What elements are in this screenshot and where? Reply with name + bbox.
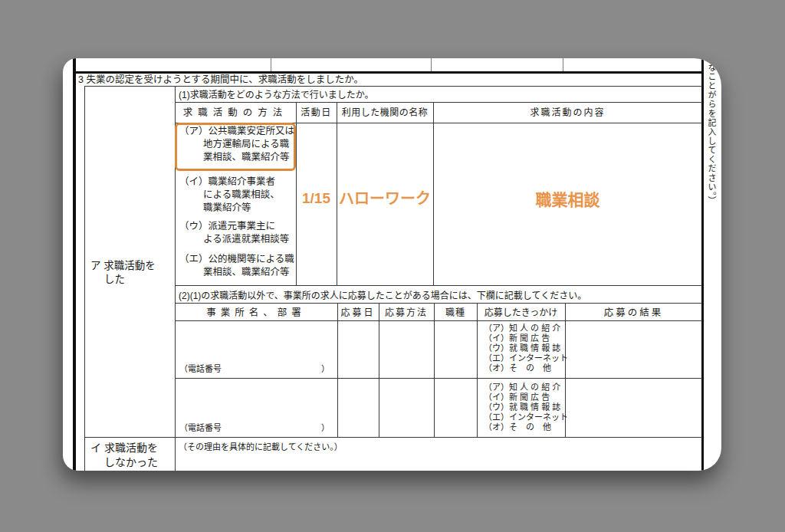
grid-line (84, 86, 85, 471)
q2-row1-result-cell[interactable] (565, 320, 702, 378)
form-page: 3 失業の認定を受けようとする期間中に、求職活動をしましたか。 ア 求職活動を … (63, 58, 721, 471)
q1-instruction: (1)求職活動をどのような方法で行いましたか。 (179, 90, 373, 101)
option-line: 業相談、職業紹介等 (179, 266, 294, 279)
grid-line (175, 285, 702, 286)
form-outer-left-border (73, 58, 76, 471)
q2-row2-date-cell[interactable] (337, 378, 379, 437)
option-line: 職業紹介等 (179, 202, 280, 215)
row-i-reason-cell[interactable]: （その理由を具体的に記載してください。） (175, 437, 702, 471)
q1-entry-date-cell[interactable]: 1/15 (296, 123, 337, 285)
q2-header-method: 応募方法 (379, 307, 434, 319)
option-line: （イ）職業紹介事業者 (179, 176, 280, 189)
q2-header-trigger: 応募したきっかけ (477, 307, 565, 319)
row-i-reason-note: （その理由を具体的に記載してください。） (179, 442, 343, 453)
q2-row1-phone: （電話番号 ） (179, 362, 330, 374)
trigger-option: （ウ）就 職 情 報 誌 (484, 402, 560, 412)
q1-entry-org-cell[interactable]: ハローワーク (337, 123, 433, 285)
q1-header-content: 求職活動の内容 (433, 107, 702, 119)
q2-row1-trigger-cell[interactable]: （ア）知 人 の 紹 介 （イ）新 聞 広 告 （ウ）就 職 情 報 誌 （エ）… (477, 320, 565, 378)
row-a-label-line1: ア 求職活動を (90, 259, 156, 273)
q2-row1-company-cell[interactable]: （電話番号 ） (175, 320, 337, 378)
row-a-label-line2: した (90, 273, 156, 287)
margin-note-vertical: 要なことがらを記入してください。） (705, 58, 718, 230)
q1-entry-content-value: 職業相談 (433, 190, 702, 210)
trigger-option: （ア）知 人 の 紹 介 (484, 323, 560, 333)
q1-entry-content-cell[interactable]: 職業相談 (433, 123, 702, 285)
q2-header-result: 応募の結果 (565, 307, 702, 319)
q2-header-date: 応募日 (337, 307, 379, 319)
q1-option-e[interactable]: （エ）公的機関等による職 業相談、職業紹介等 (179, 253, 294, 279)
option-line: （ア）公共職業安定所又は (179, 125, 294, 138)
option-line: よる派遣就業相談等 (179, 233, 289, 246)
form-outer-top-border (73, 71, 704, 74)
row-i-label-line2: しなかった (90, 455, 158, 470)
phone-close-paren: ） (321, 362, 330, 374)
trigger-option: （オ）そ の 他 (484, 422, 551, 432)
q2-row2-trigger-cell[interactable]: （ア）知 人 の 紹 介 （イ）新 聞 広 告 （ウ）就 職 情 報 誌 （エ）… (477, 378, 565, 437)
q1-option-u[interactable]: （ウ）派遣元事業主に よる派遣就業相談等 (179, 220, 289, 246)
q2-row2-company-cell[interactable]: （電話番号 ） (175, 378, 337, 437)
option-line: 地方運輸局による職 (179, 138, 294, 151)
grid-line (175, 102, 702, 103)
q2-row1-date-cell[interactable] (337, 320, 379, 378)
option-line: 業相談、職業紹介等 (179, 151, 294, 164)
trigger-option: （エ）インターネット (484, 353, 568, 363)
phone-close-paren: ） (321, 421, 330, 433)
q2-row1-jobtype-cell[interactable] (434, 320, 477, 378)
trigger-option: （イ）新 聞 広 告 (484, 392, 550, 402)
row-i-label[interactable]: イ 求職活動を しなかった (90, 441, 158, 470)
trigger-option: （イ）新 聞 広 告 (484, 333, 550, 343)
top-strip-divider (271, 58, 271, 71)
trigger-option: （オ）そ の 他 (484, 363, 551, 373)
q1-option-i[interactable]: （イ）職業紹介事業者 による職業相談、 職業紹介等 (179, 176, 280, 215)
top-strip-divider (431, 58, 432, 71)
q1-header-method: 求職活動の方法 (175, 107, 296, 119)
q1-entry-org-value: ハローワーク (339, 189, 431, 209)
row-i-label-line1: イ 求職活動を (90, 441, 158, 455)
section3-title: 3 失業の認定を受けようとする期間中に、求職活動をしましたか。 (78, 74, 363, 86)
option-line: （エ）公的機関等による職 (179, 253, 294, 266)
document-background: { "colors": { "background": "#8a8a8a", "… (0, 0, 785, 532)
q1-header-date: 活動日 (296, 107, 337, 119)
q2-header-company: 事業所名、部署 (175, 307, 337, 319)
row-a-label[interactable]: ア 求職活動を した (90, 259, 156, 287)
phone-label: （電話番号 (179, 362, 222, 374)
q2-header-jobtype: 職種 (434, 307, 477, 319)
q1-header-org: 利用した機関の名称 (337, 107, 433, 119)
trigger-option: （ウ）就 職 情 報 誌 (484, 343, 560, 353)
q2-instruction: (2)(1)の求職活動以外で、事業所の求人に応募したことがある場合には、下欄に記… (179, 291, 586, 302)
q1-entry-date-value: 1/15 (296, 189, 337, 209)
trigger-option: （ア）知 人 の 紹 介 (484, 383, 560, 392)
q2-row2-jobtype-cell[interactable] (434, 378, 477, 437)
option-line: による職業相談、 (179, 189, 280, 202)
grid-line (84, 86, 702, 87)
top-strip-divider (563, 58, 563, 71)
phone-label: （電話番号 (179, 421, 222, 433)
q2-row2-method-cell[interactable] (379, 378, 434, 437)
q2-row2-result-cell[interactable] (565, 378, 702, 437)
q2-row1-method-cell[interactable] (379, 320, 434, 378)
q1-option-a[interactable]: （ア）公共職業安定所又は 地方運輸局による職 業相談、職業紹介等 (179, 125, 294, 164)
option-line: （ウ）派遣元事業主に (179, 220, 289, 233)
q2-row2-phone: （電話番号 ） (179, 421, 330, 433)
grid-line (175, 303, 702, 304)
trigger-option: （エ）インターネット (484, 412, 568, 422)
